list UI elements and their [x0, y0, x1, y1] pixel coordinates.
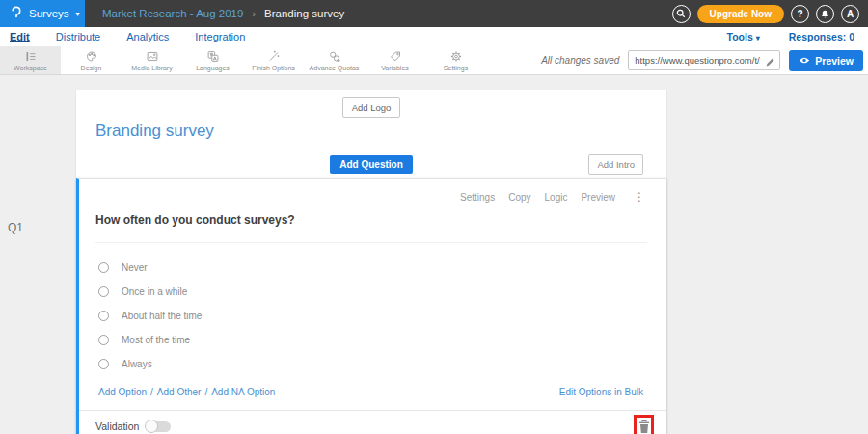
option-links-row: Add Option / Add Other / Add NA Option E… — [79, 376, 666, 410]
toolbar-item-languages[interactable]: Languages — [182, 46, 243, 74]
breadcrumb-separator: › — [252, 8, 256, 19]
question-text[interactable]: How often do you conduct surveys? — [95, 213, 647, 227]
image-icon — [146, 50, 159, 64]
answer-options: Never Once in a while About half the tim… — [79, 243, 666, 376]
links-icon — [328, 50, 341, 64]
upgrade-button[interactable]: Upgrade Now — [697, 5, 784, 23]
questionpro-survey-editor: Surveys ▾ Market Research - Aug 2019 › B… — [0, 0, 868, 434]
more-options-icon[interactable]: ⋮ — [634, 190, 645, 203]
option-label[interactable]: About half the time — [122, 311, 202, 321]
radio-icon[interactable] — [98, 335, 109, 345]
survey-header: Add Logo Branding survey — [76, 90, 666, 149]
option-label[interactable]: Once in a while — [122, 286, 187, 297]
radio-icon[interactable] — [98, 262, 109, 273]
delete-question-icon — [638, 420, 650, 434]
search-button[interactable] — [672, 5, 691, 23]
surveys-product-menu[interactable]: Surveys ▾ — [0, 0, 85, 27]
toolbar-item-workspace[interactable]: Workspace — [0, 46, 61, 74]
toolbar-right: All changes saved Preview — [541, 46, 868, 74]
tag-icon — [389, 50, 402, 64]
tools-menu[interactable]: Tools ▾ — [727, 31, 760, 42]
preview-button[interactable]: Preview — [789, 50, 863, 71]
answer-option-row: Always — [98, 352, 666, 376]
survey-card: Add Logo Branding survey Add Question Ad… — [75, 90, 667, 434]
bell-icon — [820, 9, 830, 19]
toolbar-item-design[interactable]: Design — [61, 46, 122, 74]
tab-distribute[interactable]: Distribute — [56, 31, 100, 42]
question-preview-link[interactable]: Preview — [581, 192, 615, 203]
question-logic-link[interactable]: Logic — [545, 192, 568, 203]
avatar[interactable]: A — [841, 5, 859, 23]
responses-count[interactable]: Responses: 0 — [789, 31, 854, 42]
add-question-button[interactable]: Add Question — [330, 155, 413, 174]
toolbar-item-finish-options[interactable]: Finish Options — [243, 46, 304, 74]
questionpro-logo-icon — [9, 5, 23, 23]
option-label[interactable]: Most of the time — [122, 335, 190, 345]
radio-icon[interactable] — [98, 286, 109, 297]
notifications-button[interactable] — [816, 5, 834, 23]
nav-right: Tools ▾ Responses: 0 — [727, 31, 858, 42]
question-number: Q1 — [8, 221, 23, 234]
answer-option-row: Once in a while — [98, 280, 666, 304]
help-button[interactable]: ? — [791, 5, 809, 23]
search-icon — [676, 9, 686, 18]
survey-url-box — [628, 50, 780, 70]
chevron-down-icon: ▾ — [76, 10, 80, 18]
toolbar-item-settings[interactable]: Settings — [425, 46, 486, 74]
tab-integration[interactable]: Integration — [195, 31, 245, 42]
answer-option-row: About half the time — [98, 304, 666, 328]
toolbar-item-variables[interactable]: Variables — [365, 46, 425, 74]
radio-icon[interactable] — [98, 359, 109, 369]
tab-analytics[interactable]: Analytics — [126, 31, 169, 42]
validation-toggle[interactable] — [147, 421, 171, 432]
add-option-link[interactable]: Add Option — [98, 387, 147, 397]
breadcrumb: Market Research - Aug 2019 › Branding su… — [102, 8, 344, 19]
question-footer: Validation — [79, 410, 666, 434]
add-intro-button[interactable]: Add Intro — [588, 154, 643, 175]
add-other-link[interactable]: Add Other — [157, 387, 202, 397]
survey-url-input[interactable] — [628, 50, 780, 70]
answer-option-row: Never — [98, 256, 666, 280]
edit-options-bulk-link[interactable]: Edit Options in Bulk — [559, 387, 643, 397]
answer-option-row: Most of the time — [98, 328, 666, 352]
option-label[interactable]: Always — [122, 359, 152, 369]
eye-icon — [799, 56, 810, 65]
edit-url-icon[interactable] — [765, 54, 775, 71]
topbar: Surveys ▾ Market Research - Aug 2019 › B… — [0, 0, 868, 27]
chevron-down-icon: ▾ — [756, 34, 760, 42]
question-title-area: How often do you conduct surveys? — [95, 213, 647, 243]
highlight-box[interactable] — [634, 415, 654, 434]
toggle-knob — [145, 420, 158, 433]
palette-icon — [85, 50, 98, 64]
link-separator: / — [150, 387, 153, 397]
survey-actions-row: Add Question Add Intro — [76, 149, 666, 178]
option-label[interactable]: Never — [122, 262, 148, 273]
breadcrumb-folder-link[interactable]: Market Research - Aug 2019 — [102, 8, 243, 19]
gear-icon — [449, 50, 463, 64]
product-label: Surveys — [29, 8, 69, 19]
survey-title[interactable]: Branding survey — [95, 122, 214, 141]
toolbar-item-media-library[interactable]: Media Library — [122, 46, 182, 74]
survey-canvas: Q1 Add Logo Branding survey Add Question… — [0, 90, 868, 434]
question-copy-link[interactable]: Copy — [508, 192, 530, 203]
topbar-actions: Upgrade Now ? A — [672, 5, 868, 23]
editor-toolbar: Workspace Design Media Library Languages… — [0, 46, 868, 75]
breadcrumb-current-survey: Branding survey — [264, 8, 344, 19]
validation-label: Validation — [95, 420, 139, 432]
question-block: Settings Copy Logic Preview ⋮ How often … — [76, 178, 666, 434]
question-settings-link[interactable]: Settings — [460, 192, 495, 203]
tab-edit[interactable]: Edit — [10, 31, 30, 42]
translate-icon — [206, 50, 220, 64]
question-menu: Settings Copy Logic Preview ⋮ — [79, 179, 666, 203]
save-status: All changes saved — [541, 55, 619, 66]
add-na-option-link[interactable]: Add NA Option — [211, 387, 275, 397]
add-logo-button[interactable]: Add Logo — [342, 97, 401, 118]
main-nav: Edit Distribute Analytics Integration To… — [0, 27, 868, 46]
radio-icon[interactable] — [98, 311, 109, 321]
link-separator: / — [204, 387, 207, 397]
wand-icon — [267, 50, 281, 64]
workspace-icon — [24, 50, 38, 64]
toolbar-item-advance-quotas[interactable]: Advance Quotas — [304, 46, 365, 74]
